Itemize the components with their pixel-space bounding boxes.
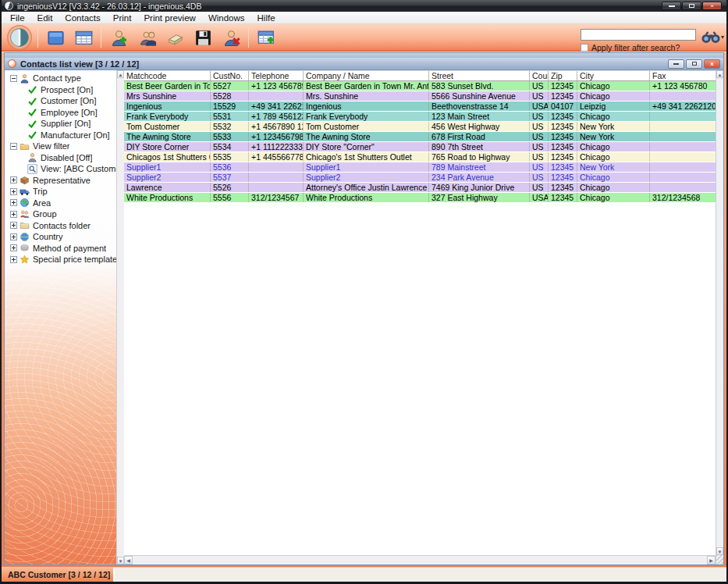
column-header-zip[interactable]: Zip [549, 71, 577, 80]
expander-plus-icon[interactable] [10, 244, 17, 251]
table-row[interactable]: Chicagos 1st Shutters Outlet5535+1 44556… [124, 152, 716, 162]
expander-plus-icon[interactable] [10, 188, 17, 195]
table-row[interactable]: Frank Everybody5531+1 789 4561230Frank E… [124, 112, 716, 122]
vertical-scrollbar[interactable]: ▲ ▼ [716, 70, 723, 564]
cell-fax [650, 183, 716, 192]
toolbar-save-button[interactable] [191, 26, 215, 49]
toolbar-window-button[interactable] [44, 26, 67, 49]
table-row[interactable]: DIY Store Corner5534+1 111222333DIY Stor… [124, 142, 716, 152]
find-dropdown-caret[interactable]: ▾ [721, 34, 724, 41]
inner-maximize-button[interactable] [686, 59, 702, 69]
cell-company-name: Supplier2 [304, 173, 429, 182]
sidebar-item-disabled-off[interactable]: Disabled [Off] [5, 152, 116, 164]
check-icon [27, 107, 38, 117]
cell-street: 583 Sunset Blvd. [429, 81, 530, 91]
tree-scroll-up-icon[interactable]: ▲ [117, 70, 124, 78]
table-row[interactable]: Ingenious15529+49 341 226210IngeniousBee… [124, 101, 716, 112]
table-row[interactable]: Mrs Sunshine5528Mrs. Sunshine5566 Sunshi… [124, 91, 716, 101]
column-header-city[interactable]: City [577, 71, 650, 80]
cell-telephone: +1 123456798 [249, 132, 304, 141]
view-tab-abc-customer[interactable]: ABC Customer [3 / 12 / 12] [2, 568, 115, 582]
column-header-street[interactable]: Street [429, 71, 530, 80]
table-row[interactable]: Supplier25537Supplier2234 Park AvenueUS1… [124, 173, 716, 183]
sidebar-item-trip[interactable]: Trip [5, 186, 116, 198]
table-row[interactable]: The Awning Store5533+1 123456798The Awni… [124, 132, 716, 142]
toolbar-separator [248, 27, 249, 48]
cell-custno: 5536 [211, 162, 249, 172]
apply-filter-checkbox[interactable] [581, 44, 588, 52]
column-header-custno[interactable]: CustNo. [211, 71, 249, 80]
expander-plus-icon[interactable] [10, 222, 17, 229]
vscroll-down-icon[interactable]: ▼ [716, 547, 723, 555]
expander-minus-icon[interactable] [10, 143, 17, 150]
column-header-country[interactable]: Country [530, 71, 549, 80]
sidebar-item-country[interactable]: Country [5, 231, 116, 243]
sidebar-item-representative[interactable]: Representative [5, 175, 116, 187]
menu-item-print-preview[interactable]: Print preview [137, 12, 201, 24]
sidebar-item-area[interactable]: Area [5, 198, 116, 209]
sidebar-item-contact-type[interactable]: Contact type [5, 73, 116, 84]
sidebar-item-special-price-templates[interactable]: Special price templates [5, 254, 116, 265]
sidebar-item-employee-on[interactable]: Employee [On] [5, 107, 116, 119]
menu-item-file[interactable]: File [4, 12, 31, 24]
inner-minimize-button[interactable] [668, 59, 684, 69]
sidebar-item-view-abc-customer[interactable]: View: [ABC Customer] [5, 163, 116, 175]
table-row[interactable]: Lawrence5526Attorney's Office Justin Law… [124, 183, 716, 193]
hscroll-left-icon[interactable]: ◀ [124, 556, 133, 564]
maximize-button[interactable] [682, 2, 701, 10]
table-row[interactable]: Best Beer Garden in TownM5527+1 123 4567… [124, 81, 716, 91]
search-input[interactable] [581, 29, 696, 41]
expander-plus-icon[interactable] [10, 211, 17, 218]
inner-close-button[interactable]: x [704, 59, 720, 69]
toolbar-eraser-button[interactable] [163, 26, 186, 49]
minimize-button[interactable] [662, 2, 681, 10]
expander-plus-icon[interactable] [10, 233, 17, 240]
sidebar-item-manufacturer-on[interactable]: Manufacturer [On] [5, 130, 116, 141]
menu-item-hilfe[interactable]: Hilfe [251, 12, 282, 24]
inner-window-titlebar[interactable]: Contacts list view [3 / 12 / 12] x [5, 58, 723, 70]
column-header-company-name[interactable]: Company / Name [304, 71, 429, 80]
sidebar-item-prospect-on[interactable]: Prospect [On] [5, 84, 116, 96]
expander-plus-icon[interactable] [10, 256, 17, 263]
toolbar-table-button[interactable] [72, 26, 95, 49]
table-row[interactable]: Tom Customer5532+1 4567890 123Tom Custom… [124, 122, 716, 132]
cell-city: Leipzig [577, 101, 650, 111]
sidebar-item-supplier-on[interactable]: Supplier [On] [5, 118, 116, 130]
table-row[interactable]: White Productions5556312/1234567White Pr… [124, 193, 716, 203]
sidebar-item-group[interactable]: Group [5, 208, 116, 220]
toolbar-remove-contact-button[interactable] [219, 26, 243, 49]
cell-telephone: +1 111222333 [249, 142, 304, 151]
inner-window-title: Contacts list view [3 / 12 / 12] [20, 59, 668, 69]
tree-scroll-down-icon[interactable]: ▼ [117, 557, 124, 564]
menu-item-edit[interactable]: Edit [31, 12, 59, 24]
sidebar-item-view-filter[interactable]: View filter [5, 141, 116, 152]
ingenious-logo-icon [8, 59, 16, 68]
expander-plus-icon[interactable] [10, 199, 17, 206]
menu-item-contacts[interactable]: Contacts [59, 12, 106, 24]
vscroll-up-icon[interactable]: ▲ [716, 70, 723, 78]
column-header-fax[interactable]: Fax [650, 71, 716, 80]
close-button[interactable]: × [702, 2, 722, 10]
toolbar-add-contact-button[interactable] [107, 26, 130, 49]
cell-city: New York [577, 132, 650, 141]
resize-grip[interactable] [716, 555, 723, 564]
toolbar-contacts-button[interactable] [135, 26, 158, 49]
find-button[interactable] [701, 30, 720, 44]
toolbar-new-list-view-button[interactable] [254, 26, 278, 49]
column-header-telephone[interactable]: Telephone [249, 71, 304, 80]
table-row[interactable]: Supplier15536Supplier1789 MainstreetUS12… [124, 162, 716, 173]
column-header-matchcode[interactable]: Matchcode [124, 71, 211, 80]
menu-item-windows[interactable]: Windows [202, 12, 251, 24]
apply-filter-label: Apply filter after search? [591, 43, 680, 52]
toolbar-logo-button[interactable] [7, 25, 32, 50]
menu-item-print[interactable]: Print [107, 12, 138, 24]
cell-zip: 12345 [549, 183, 577, 192]
sidebar-item-method-of-payment[interactable]: Method of payment [5, 243, 116, 255]
tree-scrollbar[interactable]: ▲ ▼ [116, 70, 124, 564]
sidebar-item-customer-on[interactable]: Customer [On] [5, 95, 116, 107]
expander-plus-icon[interactable] [10, 176, 17, 183]
horizontal-scrollbar[interactable]: ◀ ▶ [124, 555, 716, 564]
hscroll-right-icon[interactable]: ▶ [707, 556, 716, 564]
sidebar-item-contacts-folder[interactable]: Contacts folder [5, 220, 116, 232]
expander-minus-icon[interactable] [10, 75, 17, 82]
